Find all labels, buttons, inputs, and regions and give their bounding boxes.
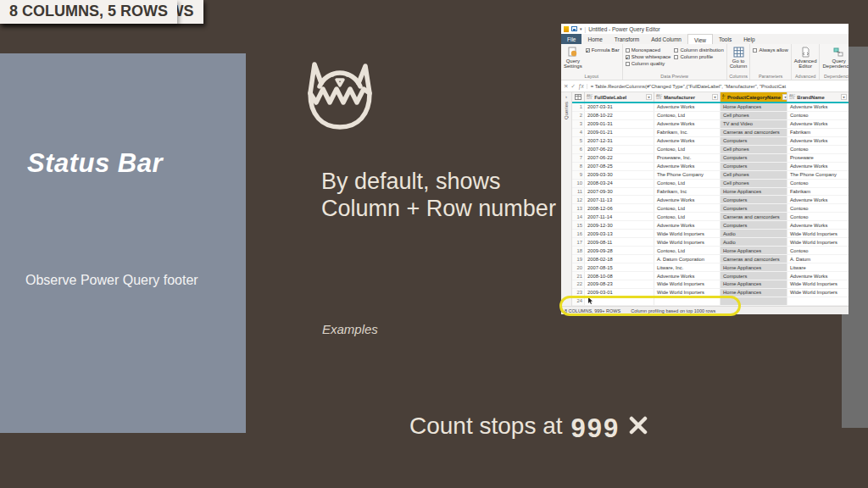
grid-corner-cell[interactable] <box>572 92 585 102</box>
table-cell: A. Datum <box>787 255 849 263</box>
table-cell: 2007-08-15 <box>585 263 654 271</box>
table-row[interactable]: 182009-09-28Contoso, LtdHome AppliancesC… <box>572 247 849 255</box>
table-row[interactable]: 172009-08-11Wide World ImportersAudioWid… <box>572 238 849 247</box>
tab-view[interactable]: View <box>687 34 713 44</box>
table-row[interactable]: 12007-03-31Adventure WorksHome Appliance… <box>572 103 849 112</box>
formula-bar-checkbox[interactable]: Formula Bar <box>586 47 620 53</box>
table-row[interactable]: 62007-06-22Contoso, LtdCell phonesContos… <box>572 146 849 154</box>
table-row[interactable]: 72007-06-22Proseware, Inc.ComputersProse… <box>572 154 849 163</box>
table-row[interactable]: 122007-11-13Adventure WorksComputersAdve… <box>572 196 849 204</box>
queries-pane-label: Queries <box>564 102 569 119</box>
show-whitespace-checkbox[interactable]: Show whitespace <box>626 54 671 59</box>
table-row[interactable]: 92009-03-30The Phone CompanyCell phonesT… <box>572 171 849 180</box>
table-row[interactable]: 22008-10-22Contoso, LtdCell phonesContos… <box>572 112 849 120</box>
tab-tools[interactable]: Tools <box>713 34 737 44</box>
table-cell: 10 <box>572 180 585 187</box>
table-cell: 2008-10-22 <box>585 112 654 119</box>
table-cell: Computers <box>721 137 787 145</box>
tab-add-column[interactable]: Add Column <box>645 34 687 44</box>
table-cell: Computers <box>721 204 787 212</box>
column-profile-checkbox[interactable]: Column profile <box>674 54 723 59</box>
table-cell: 6 <box>572 146 585 153</box>
table-cell: 2009-12-30 <box>585 221 654 229</box>
table-row[interactable]: 202007-08-15Litware, Inc.Home Appliances… <box>572 263 849 272</box>
advanced-editor-button[interactable]: Advanced Editor <box>794 46 817 73</box>
table-cell: Adventure Works <box>654 103 721 111</box>
column-header-brandname[interactable]: ABC123 BrandName ▾ <box>787 92 849 102</box>
table-cell: Wide World Importers <box>787 238 849 246</box>
examples-label: Examples <box>322 322 378 336</box>
tab-home[interactable]: Home <box>581 34 608 44</box>
table-row[interactable]: 102008-03-24Contoso, LtdCell phonesConto… <box>572 180 849 188</box>
table-cell: 11 <box>572 188 585 196</box>
table-cell: Home Appliances <box>721 280 787 288</box>
table-cell: Fabrikam, Inc <box>654 188 721 196</box>
table-cell: Cameras and camcorders <box>721 129 787 136</box>
check-icon[interactable]: ✓ <box>570 83 575 90</box>
ribbon-group-advanced: Advanced Editor Advanced <box>792 44 821 80</box>
table-cell: Wide World Importers <box>787 280 849 288</box>
filter-dropdown-icon[interactable]: ▾ <box>841 94 847 100</box>
footer-number: 999 <box>571 413 620 444</box>
table-row[interactable]: 142007-11-14Contoso, LtdCameras and camc… <box>572 213 849 221</box>
ribbon-group-columns: Go to Column Columns <box>727 44 751 80</box>
power-query-window: ▾ | Untitled - Power Query Editor FileHo… <box>561 24 849 314</box>
table-cell: 12 <box>572 196 585 203</box>
formula-input[interactable]: = Table.ReorderColumns(#"Changed Type",{… <box>587 84 846 89</box>
column-header-manufacturer[interactable]: ABC123 Manufacturer ▾ <box>654 92 721 102</box>
table-row[interactable]: 32009-01-31Adventure WorksTV and VideoAd… <box>572 120 849 129</box>
column-header-productcategoryname[interactable]: A↓Z ProductCategoryName ▾ <box>721 92 787 102</box>
table-row[interactable]: 192008-02-18A. Datum CorporationCameras … <box>572 255 849 263</box>
go-to-column-button[interactable]: Go to Column <box>730 46 748 73</box>
table-cell: Adventure Works <box>654 196 721 203</box>
table-cell: 2007-06-22 <box>585 146 654 153</box>
query-settings-button[interactable]: Query Settings <box>564 46 582 73</box>
tab-help[interactable]: Help <box>737 34 760 44</box>
filter-dropdown-icon[interactable]: ▾ <box>712 94 718 100</box>
table-row[interactable]: 222009-08-23Wide World ImportersHome App… <box>572 280 849 289</box>
table-row[interactable]: 42009-01-21Fabrikam, Inc.Cameras and cam… <box>572 129 849 137</box>
column-header-fulldatelabel[interactable]: ABC123 FullDateLabel ▾ <box>585 92 654 102</box>
always-allow-checkbox[interactable]: Always allow <box>753 47 787 53</box>
table-cell: 21 <box>572 272 585 280</box>
column-distribution-checkbox[interactable]: Column distribution <box>674 47 723 53</box>
tab-file[interactable]: File <box>561 34 581 44</box>
column-quality-checkbox[interactable]: Column quality <box>626 61 671 66</box>
ribbon-tabs: FileHomeTransformAdd ColumnViewToolsHelp <box>561 34 849 44</box>
center-caption-line2: Column + Row number <box>321 195 556 222</box>
table-row[interactable]: 162009-03-13Wide World ImportersAudioWid… <box>572 230 849 238</box>
tab-transform[interactable]: Transform <box>609 34 645 44</box>
query-dependencies-button[interactable]: Query Dependencies <box>822 46 849 73</box>
table-cell: 2009-03-13 <box>585 230 654 237</box>
table-cell: Wide World Importers <box>654 280 721 288</box>
table-cell: Adventure Works <box>787 103 849 111</box>
table-cell: Proseware <box>787 154 849 162</box>
save-icon[interactable] <box>571 26 577 31</box>
table-row[interactable]: 52007-12-31Adventure WorksComputersAdven… <box>572 137 849 146</box>
table-row[interactable]: 152009-12-30Adventure WorksComputersAdve… <box>572 221 849 230</box>
formula-bar: ✕ ✓ ƒx = Table.ReorderColumns(#"Changed … <box>561 80 849 92</box>
ribbon-group-parameters: Always allow Parameters <box>750 44 791 80</box>
chevron-down-icon[interactable]: ▾ <box>580 26 582 31</box>
table-cell: Proseware, Inc. <box>654 154 721 162</box>
cancel-icon[interactable]: ✕ <box>564 83 568 90</box>
table-cell: Computers <box>721 272 787 280</box>
data-type-icon: ABC123 <box>656 95 662 100</box>
table-cell: Wide World Importers <box>654 230 721 237</box>
queries-pane-collapsed[interactable]: › Queries <box>561 92 572 306</box>
monospaced-checkbox[interactable]: Monospaced <box>626 47 671 53</box>
table-row[interactable]: 82007-08-25Adventure WorksComputersAdven… <box>572 163 849 171</box>
checkbox-icon <box>753 48 757 53</box>
table-row[interactable]: 112007-09-30Fabrikam, IncHome Appliances… <box>572 188 849 197</box>
filter-dropdown-icon[interactable]: ▾ <box>646 94 652 100</box>
panel-subtitle: Observe Power Query footer <box>25 273 198 288</box>
ribbon: Query Settings Formula Bar Layout Monosp… <box>561 44 849 80</box>
table-cell: Litware, Inc. <box>654 263 721 271</box>
window-title: Untitled - Power Query Editor <box>588 26 660 32</box>
chevron-right-icon[interactable]: › <box>565 94 567 99</box>
table-cell: TV and Video <box>721 120 787 128</box>
table-row[interactable]: 132008-12-06Contoso, LtdComputersContoso <box>572 204 849 213</box>
table-row[interactable]: 212008-10-08Adventure WorksComputersAdve… <box>572 272 849 280</box>
table-cell: Home Appliances <box>721 188 787 196</box>
table-cell: Cameras and camcorders <box>721 213 787 220</box>
